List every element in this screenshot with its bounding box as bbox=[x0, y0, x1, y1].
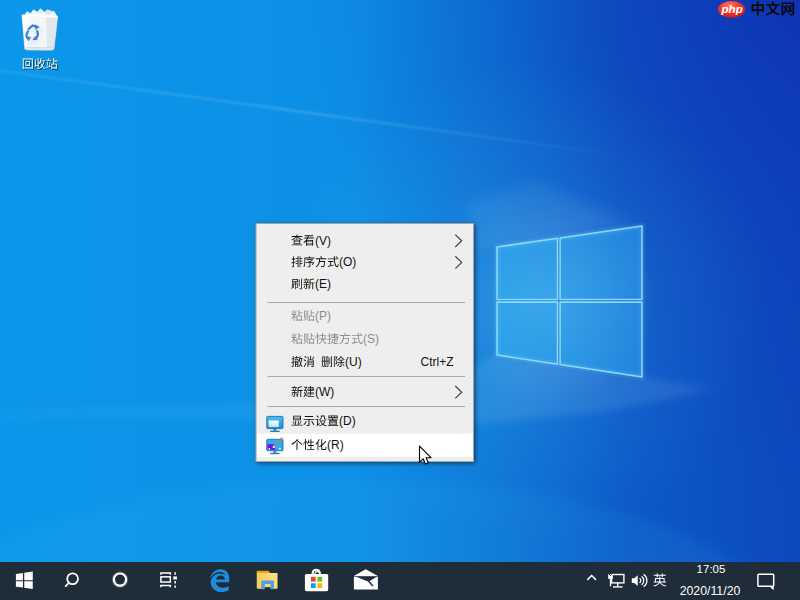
svg-text:(U): (U) bbox=[345, 355, 362, 369]
svg-text:(D): (D) bbox=[339, 414, 356, 428]
svg-text:php: php bbox=[721, 3, 743, 15]
svg-text:(O): (O) bbox=[339, 255, 356, 269]
svg-text:(W): (W) bbox=[315, 385, 334, 399]
svg-text:17:05: 17:05 bbox=[697, 563, 726, 575]
svg-text:(P): (P) bbox=[315, 309, 331, 323]
svg-text:(V): (V) bbox=[315, 234, 331, 248]
svg-text:(E): (E) bbox=[315, 277, 331, 291]
svg-text:2020/11/20: 2020/11/20 bbox=[680, 584, 741, 598]
svg-text:(R): (R) bbox=[327, 438, 344, 452]
svg-text:(S): (S) bbox=[363, 332, 379, 346]
svg-text:Ctrl+Z: Ctrl+Z bbox=[421, 355, 454, 369]
